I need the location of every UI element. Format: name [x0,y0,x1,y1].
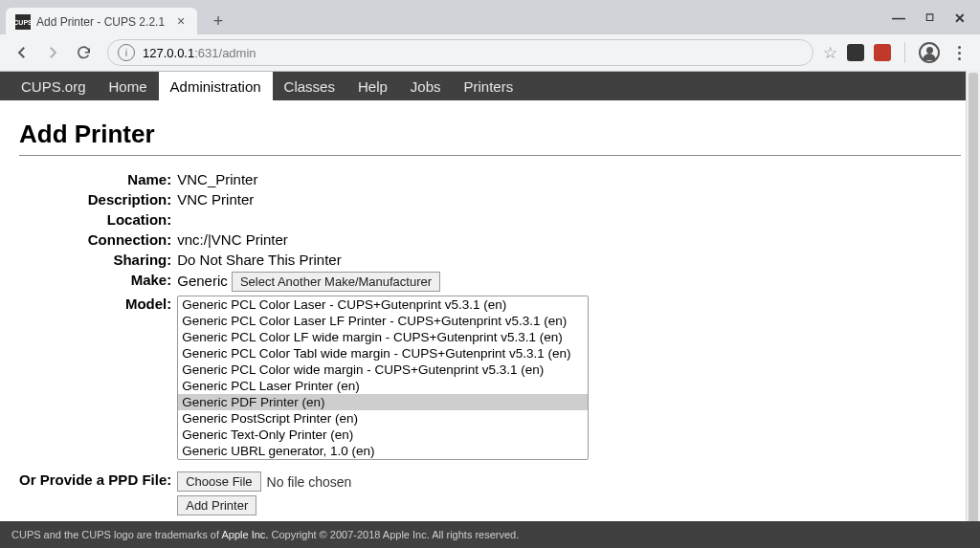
model-option[interactable]: Generic PCL Color Tabl wide margin - CUP… [178,345,588,362]
minimize-icon[interactable]: — [892,11,905,24]
footer-apple-link[interactable]: Apple Inc. [222,529,269,540]
footer: CUPS and the CUPS logo are trademarks of… [0,521,980,548]
bookmark-star-icon[interactable]: ☆ [823,43,837,63]
value-sharing: Do Not Share This Printer [177,250,589,270]
label-name: Name: [19,169,177,189]
close-tab-icon[interactable]: × [174,15,188,29]
browser-tab-active[interactable]: CUPS Add Printer - CUPS 2.2.1 × [6,8,197,36]
nav-item-help[interactable]: Help [346,72,399,100]
add-printer-button[interactable]: Add Printer [177,495,256,515]
new-tab-button[interactable]: + [205,8,232,34]
nav-item-printers[interactable]: Printers [453,72,525,100]
nav-item-home[interactable]: Home [98,72,159,100]
content-area: Add Printer Name: VNC_Printer Descriptio… [0,100,980,527]
back-button[interactable] [8,38,36,67]
scrollbar-thumb[interactable] [969,73,978,546]
value-make: Generic [177,273,228,289]
choose-file-button[interactable]: Choose File [177,471,260,492]
nav-item-admin[interactable]: Administration [159,72,273,100]
title-rule [19,155,961,156]
extension-icon-ublock[interactable] [874,44,891,61]
value-connection: vnc:/|VNC Printer [177,230,589,250]
nav-item-cups-org[interactable]: CUPS.org [10,72,98,100]
site-info-icon[interactable]: i [118,44,135,61]
close-window-icon[interactable]: ✕ [953,11,967,24]
label-description: Description: [19,189,177,209]
label-connection: Connection: [19,230,177,250]
page-body: CUPS.orgHomeAdministrationClassesHelpJob… [0,72,980,527]
model-option[interactable]: Generic PCL Color LF wide margin - CUPS+… [178,329,588,345]
model-option[interactable]: Generic PCL Laser Printer (en) [178,378,588,394]
label-location: Location: [19,209,177,230]
tab-bar: CUPS Add Printer - CUPS 2.2.1 × + — ◻ ✕ [0,0,980,34]
window-controls: — ◻ ✕ [892,0,980,34]
address-bar[interactable]: i 127.0.0.1:631/admin [107,39,813,66]
model-option[interactable]: Generic Text-Only Printer (en) [178,427,588,443]
toolbar-divider [904,42,905,63]
cups-top-nav: CUPS.orgHomeAdministrationClassesHelpJob… [0,72,980,100]
browser-menu-icon[interactable] [949,46,969,60]
maximize-icon[interactable]: ◻ [923,11,936,24]
model-option[interactable]: Generic PCL Color Laser - CUPS+Gutenprin… [178,296,588,313]
toolbar-actions: ☆ [823,42,972,63]
footer-text-prefix: CUPS and the CUPS logo are trademarks of [11,529,222,540]
select-make-button[interactable]: Select Another Make/Manufacturer [232,272,440,292]
value-description: VNC Printer [177,189,589,209]
browser-chrome: CUPS Add Printer - CUPS 2.2.1 × + — ◻ ✕ … [0,0,980,72]
model-option[interactable]: Generic PostScript Printer (en) [178,410,588,427]
url-text: 127.0.0.1:631/admin [143,46,256,60]
reload-button[interactable] [69,38,98,67]
nav-item-jobs[interactable]: Jobs [399,72,453,100]
file-status-label: No file chosen [267,474,352,490]
label-sharing: Sharing: [19,250,177,270]
browser-toolbar: i 127.0.0.1:631/admin ☆ [0,34,980,71]
model-option[interactable]: Generic PDF Printer (en) [178,394,588,410]
page-title: Add Printer [19,120,961,149]
label-ppd: Or Provide a PPD File: [19,470,177,493]
printer-form: Name: VNC_Printer Description: VNC Print… [19,169,589,517]
label-make: Make: [19,270,177,294]
value-location [177,209,589,230]
profile-avatar-icon[interactable] [919,42,940,63]
footer-text-suffix: Copyright © 2007-2018 Apple Inc. All rig… [268,529,519,540]
model-select[interactable]: Generic PCL Color Laser - CUPS+Gutenprin… [177,296,589,460]
tab-title: Add Printer - CUPS 2.2.1 [36,15,168,29]
page-scrollbar[interactable] [966,71,980,548]
model-option[interactable]: Generic UBRL generator, 1.0 (en) [178,443,588,459]
forward-button[interactable] [38,38,67,67]
label-model: Model: [19,294,177,462]
model-option[interactable]: Generic PCL Color Laser LF Printer - CUP… [178,313,588,329]
nav-item-classes[interactable]: Classes [273,72,346,100]
model-option[interactable]: Generic PCL Color wide margin - CUPS+Gut… [178,362,588,378]
extension-icon-1[interactable] [847,44,864,61]
value-name: VNC_Printer [177,169,589,189]
favicon: CUPS [15,14,31,30]
